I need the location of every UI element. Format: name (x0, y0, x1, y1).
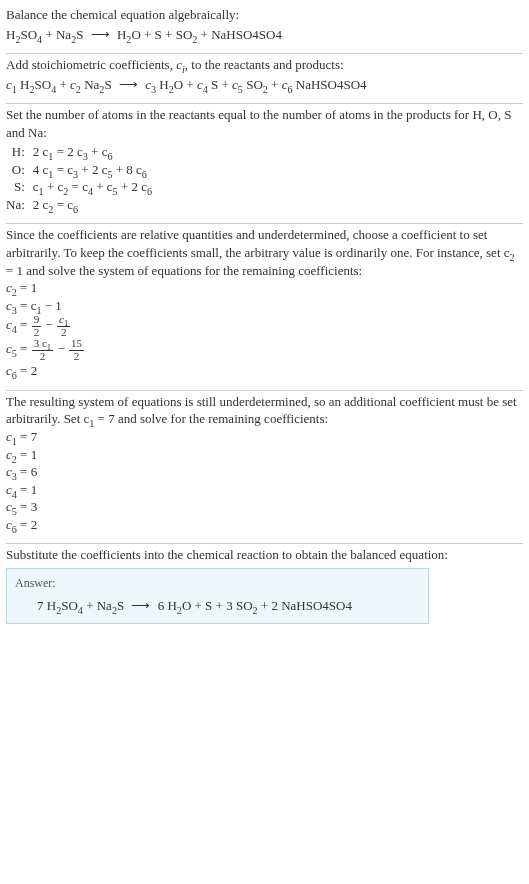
row-eq: 2 c1 = 2 c3 + c6 (33, 143, 156, 161)
txt: O + S + 3 SO (182, 598, 253, 613)
txt: Na (81, 77, 99, 92)
section-balance-intro: Balance the chemical equation algebraica… (6, 4, 523, 53)
txt: = c (53, 197, 73, 212)
table-row: O: 4 c1 = c3 + 2 c5 + 8 c6 (6, 161, 156, 179)
numerator: 3 c1 (32, 338, 53, 350)
txt: S (117, 598, 124, 613)
intro-equation: H2SO4 + Na2S ⟶ H2O + S + SO2 + NaHSO4SO4 (6, 24, 523, 44)
intro-text: Balance the chemical equation algebraica… (6, 6, 523, 24)
txt: , to the reactants and products: (185, 57, 344, 72)
row-label: S: (6, 178, 33, 196)
atoms-text: Set the number of atoms in the reactants… (6, 106, 523, 141)
txt: = 1 (17, 280, 37, 295)
txt: = 1 and solve the system of equations fo… (6, 263, 362, 278)
txt: + c (44, 179, 64, 194)
txt: O + S + SO (131, 27, 192, 42)
txt: = c (68, 179, 88, 194)
txt: S (104, 77, 111, 92)
fraction: 152 (68, 338, 85, 362)
txt: + 2 NaHSO4SO4 (258, 598, 352, 613)
row-eq: 2 c2 = c6 (33, 196, 156, 214)
txt: SO (243, 77, 263, 92)
subst-text: Substitute the coefficients into the che… (6, 546, 523, 564)
coef-line: c5 = 3 c12 − 152 (6, 338, 523, 362)
arrow-icon: ⟶ (127, 598, 154, 613)
coef-line: c4 = 92 − c12 (6, 314, 523, 338)
denominator: 2 (57, 326, 70, 339)
txt: NaHSO4SO4 (293, 77, 367, 92)
txt: + Na (42, 27, 71, 42)
txt: 4 c (33, 162, 49, 177)
coef-line: c5 = 3 (6, 498, 523, 516)
section-stoichiometric: Add stoichiometric coefficients, ci, to … (6, 54, 523, 103)
row-eq: 4 c1 = c3 + 2 c5 + 8 c6 (33, 161, 156, 179)
numerator: 9 (32, 314, 42, 326)
txt: Add stoichiometric coefficients, (6, 57, 176, 72)
coef-line: c1 = 7 (6, 428, 523, 446)
second-text: The resulting system of equations is sti… (6, 393, 523, 428)
numerator: 15 (69, 338, 84, 350)
txt: H (117, 27, 126, 42)
txt: + 8 c (112, 162, 141, 177)
coef-line: c3 = c1 − 1 (6, 297, 523, 315)
txt: SO (20, 27, 37, 42)
answer-box: Answer: 7 H2SO4 + Na2S ⟶ 6 H2O + S + 3 S… (6, 568, 429, 624)
section-second-underdet: The resulting system of equations is sti… (6, 391, 523, 543)
txt: S + (208, 77, 232, 92)
txt: = 3 (17, 499, 37, 514)
txt: = 2 (17, 517, 37, 532)
coef-line: c4 = 1 (6, 481, 523, 499)
txt: = 1 (17, 482, 37, 497)
denominator: 2 (69, 350, 84, 363)
sub: 2 (510, 252, 515, 263)
coef-line: c2 = 1 (6, 446, 523, 464)
txt: SO (35, 77, 52, 92)
numerator: c1 (57, 314, 70, 326)
txt: + 2 c (118, 179, 147, 194)
row-label: O: (6, 161, 33, 179)
txt: 2 c (33, 144, 49, 159)
txt: = c (17, 298, 37, 313)
txt: = 7 (17, 429, 37, 444)
coef-line: c3 = 6 (6, 463, 523, 481)
txt: + c (93, 179, 113, 194)
row-label: Na: (6, 196, 33, 214)
table-row: Na: 2 c2 = c6 (6, 196, 156, 214)
txt: + NaHSO4SO4 (197, 27, 282, 42)
sub: 6 (147, 186, 152, 197)
txt: = 1 (17, 447, 37, 462)
underdet-text: Since the coefficients are relative quan… (6, 226, 523, 279)
txt: H (6, 27, 15, 42)
txt: = 6 (17, 464, 37, 479)
txt: + (56, 77, 70, 92)
coef-line: c6 = 2 (6, 516, 523, 534)
arrow-icon: ⟶ (115, 77, 142, 92)
txt: 3 c (34, 337, 47, 349)
atoms-table: H: 2 c1 = 2 c3 + c6 O: 4 c1 = c3 + 2 c5 … (6, 143, 156, 213)
txt: S (76, 27, 83, 42)
txt: − (57, 341, 68, 356)
fraction: 3 c12 (31, 338, 54, 362)
txt: H (156, 77, 169, 92)
txt: = 2 c (53, 144, 82, 159)
txt: 2 c (33, 197, 49, 212)
txt: + (268, 77, 282, 92)
section-atom-balance: Set the number of atoms in the reactants… (6, 104, 523, 223)
txt: Since the coefficients are relative quan… (6, 227, 510, 260)
section-substitute: Substitute the coefficients into the che… (6, 544, 523, 633)
txt: O + (174, 77, 197, 92)
txt: + c (88, 144, 108, 159)
fraction: 92 (31, 314, 43, 338)
stoich-text: Add stoichiometric coefficients, ci, to … (6, 56, 523, 74)
sub: 6 (73, 204, 78, 215)
answer-equation: 7 H2SO4 + Na2S ⟶ 6 H2O + S + 3 SO2 + 2 N… (15, 591, 420, 615)
row-label: H: (6, 143, 33, 161)
section-underdetermined: Since the coefficients are relative quan… (6, 224, 523, 389)
row-eq: c1 + c2 = c4 + c5 + 2 c6 (33, 178, 156, 196)
txt: = 7 and solve for the remaining coeffici… (94, 411, 328, 426)
arrow-icon: ⟶ (87, 27, 114, 42)
table-row: S: c1 + c2 = c4 + c5 + 2 c6 (6, 178, 156, 196)
coef-line: c2 = 1 (6, 279, 523, 297)
txt: H (17, 77, 30, 92)
sub: 1 (47, 342, 51, 352)
